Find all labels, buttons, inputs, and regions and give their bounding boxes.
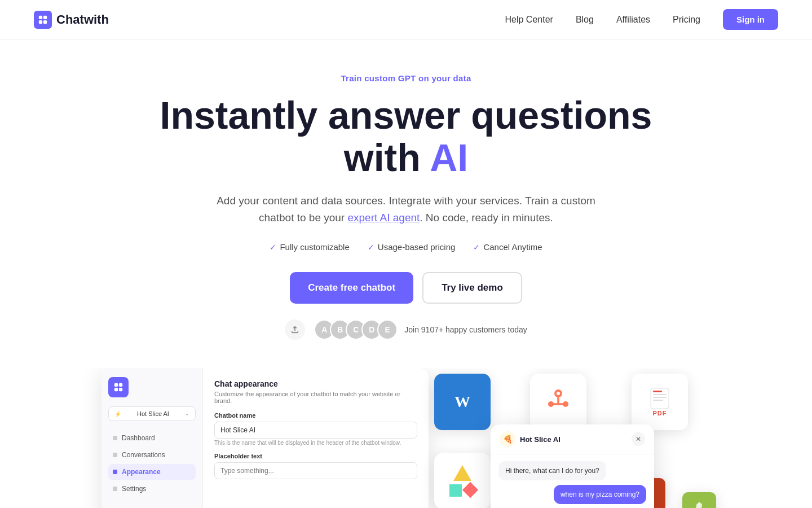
- settings-icon: [113, 487, 117, 491]
- integration-card-shopify: [682, 492, 716, 508]
- check-icon-3: ✓: [473, 243, 480, 252]
- create-chatbot-button[interactable]: Create free chatbot: [290, 272, 413, 304]
- logo-icon: [34, 11, 52, 29]
- logo-svg: [38, 15, 48, 25]
- social-proof: A B C D E Join 9107+ happy customers tod…: [285, 319, 527, 340]
- hero-buttons: Create free chatbot Try live demo: [290, 272, 522, 304]
- word-icon: W: [434, 374, 491, 430]
- hero-section: Train custom GPT on your data Instantly …: [0, 40, 812, 368]
- hubspot-icon: [544, 385, 572, 419]
- sidebar-item-appearance[interactable]: Appearance: [108, 464, 196, 480]
- nav-help-center[interactable]: Help Center: [505, 15, 553, 25]
- hero-tagline: Train custom GPT on your data: [341, 73, 471, 83]
- hero-subtitle-text2: . No code, ready in minutes.: [420, 212, 553, 224]
- bottom-shapes: [449, 484, 476, 497]
- avatar-5: E: [377, 319, 398, 340]
- svg-rect-17: [653, 394, 667, 395]
- integration-card-pdf: PDF: [632, 374, 688, 430]
- chatbot-name-input[interactable]: [214, 422, 417, 439]
- integration-card-word: W: [434, 374, 491, 430]
- chat-bot-icon: 🍕: [500, 431, 515, 447]
- integration-card-shapes: [434, 453, 491, 508]
- nav-pricing[interactable]: Pricing: [673, 15, 700, 25]
- svg-rect-6: [114, 388, 118, 391]
- square-shape: [449, 484, 462, 497]
- svg-rect-7: [119, 388, 122, 391]
- nav-links: Help Center Blog Affiliates Pricing Sign…: [505, 9, 779, 30]
- feature-text-1: Fully customizable: [280, 242, 349, 252]
- screenshot-container: ⚡ Hot Slice AI ⌄ Dashboard Conversations…: [68, 368, 744, 508]
- avatar-group: A B C D E: [314, 319, 398, 340]
- pdf-svg: [650, 387, 670, 410]
- placeholder-text-input[interactable]: [214, 462, 417, 479]
- svg-rect-4: [114, 383, 118, 387]
- appearance-icon: [113, 470, 117, 474]
- sign-in-button[interactable]: Sign in: [723, 9, 778, 30]
- shopify-svg: [690, 500, 709, 508]
- svg-point-9: [557, 392, 560, 395]
- hero-title: Instantly answer questions with AI: [152, 94, 660, 179]
- sidebar-item-dashboard[interactable]: Dashboard: [108, 430, 196, 446]
- sidebar-item-conversations[interactable]: Conversations: [108, 447, 196, 463]
- nav-affiliates[interactable]: Affiliates: [616, 15, 650, 25]
- triangle-shape: [453, 465, 471, 481]
- chatbot-selector[interactable]: ⚡ Hot Slice AI ⌄: [108, 406, 196, 421]
- chat-header: 🍕 Hot Slice AI ✕: [491, 424, 654, 454]
- sidebar-label-appearance: Appearance: [122, 468, 161, 476]
- hero-feature-cancel: ✓ Cancel Anytime: [473, 242, 542, 252]
- sidebar-label-dashboard: Dashboard: [122, 434, 155, 442]
- logo[interactable]: Chatwith: [34, 11, 109, 29]
- diamond-shape: [462, 482, 478, 498]
- social-proof-text: Join 9107+ happy customers today: [404, 325, 527, 334]
- upload-icon-wrap: [285, 319, 305, 340]
- hero-title-text: Instantly answer questions with: [160, 94, 652, 179]
- pdf-icon-wrapper: PDF: [632, 374, 688, 430]
- navbar: Chatwith Help Center Blog Affiliates Pri…: [0, 0, 812, 40]
- logo-text: Chatwith: [56, 12, 109, 27]
- svg-rect-19: [653, 400, 663, 401]
- chatbot-name-hint: This is the name that will be displayed …: [214, 440, 417, 446]
- app-main-panel: Chat appearance Customize the appearance…: [203, 368, 429, 508]
- chat-body: Hi there, what can I do for you? when is…: [491, 454, 654, 508]
- screenshot-section: ⚡ Hot Slice AI ⌄ Dashboard Conversations…: [0, 368, 812, 508]
- hubspot-svg: [544, 385, 572, 413]
- panel-description: Customize the appearance of your chatbot…: [214, 391, 417, 404]
- svg-rect-1: [43, 15, 47, 19]
- social-icons: [285, 319, 307, 340]
- svg-point-20: [698, 502, 700, 505]
- shapes-visual: [449, 465, 476, 497]
- integration-card-hubspot: [530, 374, 586, 430]
- chat-bubble-bot1: Hi there, what can I do for you?: [498, 461, 606, 480]
- feature-text-3: Cancel Anytime: [483, 242, 542, 252]
- hero-feature-pricing: ✓ Usage-based pricing: [368, 242, 456, 252]
- hero-subtitle-link[interactable]: expert AI agent: [347, 212, 420, 224]
- share-icon: [290, 325, 299, 334]
- nav-blog[interactable]: Blog: [576, 15, 594, 25]
- svg-rect-3: [43, 20, 47, 23]
- check-icon-1: ✓: [270, 243, 276, 252]
- svg-rect-5: [119, 383, 122, 387]
- chatbot-selector-text: Hot Slice AI: [137, 410, 169, 417]
- panel-title: Chat appearance: [214, 379, 417, 388]
- feature-text-2: Usage-based pricing: [378, 242, 456, 252]
- chat-close-button[interactable]: ✕: [632, 432, 645, 446]
- sidebar-label-settings: Settings: [122, 485, 146, 493]
- hero-features: ✓ Fully customizable ✓ Usage-based prici…: [270, 242, 542, 252]
- hero-subtitle: Add your content and data sources. Integ…: [214, 192, 598, 227]
- app-window: ⚡ Hot Slice AI ⌄ Dashboard Conversations…: [102, 368, 429, 508]
- sidebar-logo: [108, 377, 129, 397]
- check-icon-2: ✓: [368, 243, 374, 252]
- svg-rect-16: [653, 391, 662, 392]
- sidebar-item-settings[interactable]: Settings: [108, 481, 196, 497]
- sidebar-label-conversations: Conversations: [122, 451, 165, 459]
- placeholder-text-label: Placeholder text: [214, 453, 417, 459]
- app-sidebar: ⚡ Hot Slice AI ⌄ Dashboard Conversations…: [102, 368, 203, 508]
- shapes-card-content: [434, 453, 491, 508]
- conversations-icon: [113, 453, 117, 457]
- svg-rect-0: [39, 15, 42, 19]
- hero-feature-customizable: ✓ Fully customizable: [270, 242, 349, 252]
- chat-window: 🍕 Hot Slice AI ✕ Hi there, what can I do…: [491, 424, 654, 508]
- chat-bubble-user1: when is my pizza coming?: [554, 485, 646, 504]
- try-demo-button[interactable]: Try live demo: [422, 272, 522, 304]
- chat-header-left: 🍕 Hot Slice AI: [500, 431, 561, 447]
